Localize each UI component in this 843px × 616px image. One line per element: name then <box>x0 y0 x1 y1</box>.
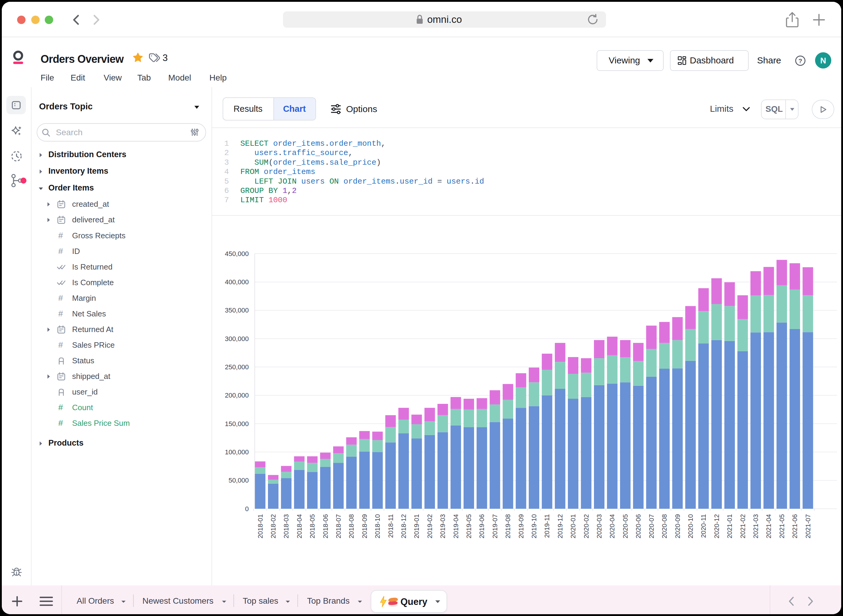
svg-text:2018-01: 2018-01 <box>257 514 264 538</box>
svg-text:2019-08: 2019-08 <box>504 514 512 538</box>
svg-text:2019-10: 2019-10 <box>530 514 538 538</box>
svg-text:2021-05: 2021-05 <box>778 514 786 538</box>
svg-text:100,000: 100,000 <box>225 448 249 456</box>
svg-text:0: 0 <box>245 505 249 513</box>
svg-text:2020-09: 2020-09 <box>674 514 681 538</box>
svg-text:2018-08: 2018-08 <box>347 514 355 538</box>
svg-text:300,000: 300,000 <box>225 335 249 343</box>
svg-text:400,000: 400,000 <box>225 278 249 286</box>
svg-text:2018-06: 2018-06 <box>322 514 329 538</box>
svg-text:350,000: 350,000 <box>225 307 249 314</box>
svg-text:50,000: 50,000 <box>229 477 249 484</box>
svg-text:2020-08: 2020-08 <box>661 514 668 538</box>
svg-text:2019-04: 2019-04 <box>452 514 460 538</box>
svg-text:2020-07: 2020-07 <box>648 514 655 538</box>
svg-text:2020-12: 2020-12 <box>713 514 720 538</box>
svg-text:2019-12: 2019-12 <box>556 514 564 538</box>
svg-text:2018-02: 2018-02 <box>270 514 277 538</box>
svg-text:2021-02: 2021-02 <box>739 514 746 538</box>
svg-text:2021-03: 2021-03 <box>752 514 759 538</box>
svg-text:150,000: 150,000 <box>225 420 249 428</box>
svg-text:2020-02: 2020-02 <box>582 514 590 538</box>
svg-text:2018-04: 2018-04 <box>296 514 303 538</box>
svg-text:2018-07: 2018-07 <box>335 514 342 538</box>
svg-text:2021-04: 2021-04 <box>765 514 773 538</box>
svg-text:2019-03: 2019-03 <box>439 514 446 538</box>
svg-text:2021-06: 2021-06 <box>791 514 799 538</box>
svg-text:2019-09: 2019-09 <box>518 514 525 538</box>
svg-text:2021-01: 2021-01 <box>726 514 733 538</box>
svg-text:2019-05: 2019-05 <box>465 514 472 538</box>
svg-text:2020-06: 2020-06 <box>635 514 642 538</box>
svg-text:2019-07: 2019-07 <box>491 514 499 538</box>
svg-text:200,000: 200,000 <box>225 392 249 399</box>
svg-text:2020-11: 2020-11 <box>700 514 707 538</box>
svg-text:2019-06: 2019-06 <box>478 514 485 538</box>
svg-text:2018-12: 2018-12 <box>400 514 408 538</box>
svg-text:2020-10: 2020-10 <box>687 514 694 538</box>
svg-text:2019-02: 2019-02 <box>426 514 434 538</box>
svg-text:2020-05: 2020-05 <box>622 514 629 538</box>
svg-text:2021-07: 2021-07 <box>804 514 812 538</box>
svg-text:2020-04: 2020-04 <box>608 514 616 538</box>
svg-text:450,000: 450,000 <box>225 250 249 258</box>
svg-text:2019-01: 2019-01 <box>413 514 420 538</box>
svg-text:2019-11: 2019-11 <box>543 514 551 538</box>
svg-text:2020-03: 2020-03 <box>595 514 603 538</box>
svg-text:?: ? <box>799 57 802 64</box>
svg-text:2018-03: 2018-03 <box>282 514 290 538</box>
svg-text:2018-10: 2018-10 <box>374 514 381 538</box>
svg-text:2020-01: 2020-01 <box>569 514 577 538</box>
svg-text:2018-11: 2018-11 <box>387 514 394 538</box>
svg-text:250,000: 250,000 <box>225 363 249 371</box>
svg-text:2018-09: 2018-09 <box>361 514 368 538</box>
svg-text:2018-05: 2018-05 <box>309 514 316 538</box>
